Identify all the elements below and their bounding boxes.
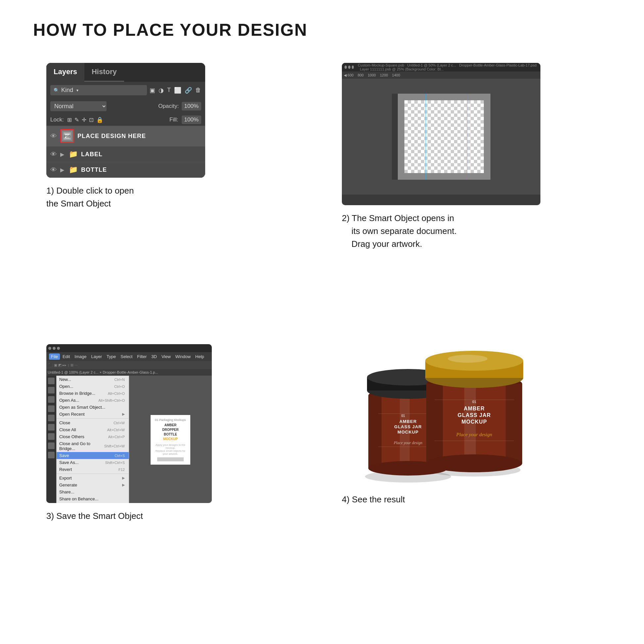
menu-item-open[interactable]: Open...Ctrl+O [57, 383, 129, 390]
menu-item-share-behance[interactable]: Share on Behance... [57, 495, 129, 502]
menu-item-open-as[interactable]: Open As...Alt+Shift+Ctrl+O [57, 397, 129, 404]
menu-item-save-as[interactable]: Save As...Shift+Ctrl+S [57, 459, 129, 466]
menu-window[interactable]: Window [173, 353, 193, 360]
tool-4[interactable] [48, 405, 55, 412]
ps-topbar-text: Custom-Mockup-Square.psb Untitled-1 @ 50… [358, 63, 538, 71]
lock-image-icon[interactable]: ✎ [74, 116, 79, 123]
layers-panel: Layers History 🔍 Kind ▾ ▣ ◑ T ⬜ 🔗 🗑 [46, 63, 205, 178]
lock-transparent-icon[interactable]: ⊞ [67, 116, 72, 123]
type-icon[interactable]: T [167, 87, 171, 94]
menu-item-open-smart[interactable]: Open as Smart Object... [57, 404, 129, 411]
expand-arrow-bottle[interactable]: ▶ [60, 167, 64, 173]
tool-6[interactable] [48, 424, 55, 431]
guide-vertical-right [467, 94, 467, 180]
fm-tabs: Untitled-1 @ 100% (Layer 2 c... × Droppe… [46, 369, 212, 376]
tool-2[interactable] [48, 387, 55, 393]
menu-item-close-all[interactable]: Close AllAlt+Ctrl+W [57, 426, 129, 433]
menu-filter[interactable]: Filter [135, 353, 149, 360]
menu-type[interactable]: Type [105, 353, 118, 360]
preview-number: 01 Packaging Mockups [155, 418, 186, 422]
menu-item-close-bridge[interactable]: Close and Go to Bridge...Shift+Ctrl+W [57, 440, 129, 452]
lock-all-icon[interactable]: 🔒 [96, 116, 103, 123]
menu-layer[interactable]: Layer [89, 353, 104, 360]
layer-row-label[interactable]: 👁 ▶ 📁 LABEL [46, 147, 205, 162]
separator-1 [57, 418, 129, 419]
fm-toolbar-content: ⬛ ▣ ◩ ▸▸ ↕ ⊞ ··· [48, 363, 77, 367]
layer-row-place-design[interactable]: 👁 PSB PLACE DESIGN HERE [46, 126, 205, 147]
lock-position-icon[interactable]: ✛ [82, 116, 86, 123]
layer-thumb-smart: PSB [60, 129, 74, 143]
menu-item-share[interactable]: Share... [57, 488, 129, 495]
ps-ruler-left [392, 94, 398, 180]
cell-file-menu: File Edit Image Layer Type Select Filter… [26, 334, 322, 616]
menu-item-close-others[interactable]: Close OthersAlt+Ctrl+P [57, 433, 129, 440]
shape-icon[interactable]: ⬜ [174, 87, 181, 94]
visibility-icon-2[interactable]: 👁 [50, 151, 57, 158]
fm-doc-preview: 01 Packaging Mockups AMBER DROPPER BOTTL… [129, 376, 212, 503]
cell-jars: 01 AMBER GLASS JAR MOCKUP Place your des… [322, 334, 618, 616]
lock-label: Lock: [50, 116, 64, 123]
preview-subtitle: MOCKUP [163, 437, 178, 441]
file-menu-window: File Edit Image Layer Type Select Filter… [46, 344, 212, 503]
menu-edit[interactable]: Edit [61, 353, 72, 360]
jar1-title-3: MOCKUP [397, 430, 419, 435]
search-kind-dropdown[interactable]: 🔍 Kind ▾ [50, 85, 147, 95]
fm-toolbar: ⬛ ▣ ◩ ▸▸ ↕ ⊞ ··· [46, 361, 212, 369]
blend-mode-select[interactable]: Normal [50, 101, 107, 111]
tool-9[interactable] [48, 452, 55, 458]
jar2-shadow-left [426, 384, 443, 463]
layer-name-label: LABEL [81, 151, 103, 158]
menu-3d[interactable]: 3D [149, 353, 159, 360]
menu-item-revert[interactable]: RevertF12 [57, 466, 129, 473]
tool-5[interactable] [48, 415, 55, 421]
pixel-icon[interactable]: ▣ [150, 87, 155, 94]
tool-7[interactable] [48, 433, 55, 440]
jar2-tagline: Place your design [456, 432, 492, 437]
tool-3[interactable] [48, 396, 55, 403]
visibility-icon-3[interactable]: 👁 [50, 166, 57, 174]
menu-item-new[interactable]: New...Ctrl+N [57, 376, 129, 383]
layer-filter-icons: ▣ ◑ T ⬜ 🔗 🗑 [150, 87, 201, 94]
file-dropdown-menu: New...Ctrl+N Open...Ctrl+O Browse in Bri… [56, 376, 129, 503]
visibility-icon-1[interactable]: 👁 [50, 132, 57, 140]
menu-item-close[interactable]: CloseCtrl+W [57, 419, 129, 426]
layer-row-bottle[interactable]: 👁 ▶ 📁 BOTTLE [46, 162, 205, 178]
menu-image[interactable]: Image [72, 353, 88, 360]
tool-1[interactable] [48, 378, 55, 384]
menu-item-save[interactable]: SaveCtrl+S [57, 452, 129, 459]
layer-name-bottle: BOTTLE [81, 166, 107, 173]
smartobj-icon[interactable]: 🔗 [185, 87, 192, 94]
lock-fill-row: Lock: ⊞ ✎ ✛ ⊡ 🔒 Fill: 100% [46, 114, 205, 126]
page-title: HOW TO PLACE YOUR DESIGN [0, 0, 644, 53]
ps-canvas-with-ruler [392, 94, 490, 180]
fm-dot-1 [48, 347, 51, 350]
trash-icon[interactable]: 🗑 [195, 87, 201, 94]
menu-select[interactable]: Select [118, 353, 134, 360]
fill-value[interactable]: 100% [182, 115, 201, 124]
step1-desc: 1) Double click to openthe Smart Object [46, 184, 134, 210]
tab-layers[interactable]: Layers [46, 63, 84, 82]
tool-8[interactable] [48, 442, 55, 449]
tab-history[interactable]: History [84, 63, 124, 82]
menu-view[interactable]: View [160, 353, 173, 360]
menu-file[interactable]: File [49, 353, 60, 360]
menu-help[interactable]: Help [193, 353, 206, 360]
separator-2 [57, 474, 129, 474]
menu-item-browse[interactable]: Browse in Bridge...Alt+Ctrl+O [57, 390, 129, 397]
ps-dot-2 [348, 66, 350, 69]
expand-arrow-label[interactable]: ▶ [60, 151, 64, 158]
fm-content: New...Ctrl+N Open...Ctrl+O Browse in Bri… [46, 376, 212, 503]
fm-preview-card: 01 Packaging Mockups AMBER DROPPER BOTTL… [151, 415, 190, 465]
opacity-value[interactable]: 100% [182, 102, 201, 111]
menu-item-open-recent[interactable]: Open Recent▶ [57, 411, 129, 418]
fm-dot-2 [53, 347, 56, 350]
lock-artboard-icon[interactable]: ⊡ [89, 116, 94, 123]
lock-icons: ⊞ ✎ ✛ ⊡ 🔒 [67, 116, 103, 123]
menu-item-export[interactable]: Export▶ [57, 475, 129, 482]
menu-item-generate[interactable]: Generate▶ [57, 482, 129, 488]
ps-canvas-area [342, 79, 540, 195]
adjust-icon[interactable]: ◑ [159, 87, 164, 94]
guide-vertical-left [426, 94, 426, 180]
kind-label: Kind [61, 87, 73, 94]
ps-window: Custom-Mockup-Square.psb Untitled-1 @ 50… [342, 63, 540, 205]
